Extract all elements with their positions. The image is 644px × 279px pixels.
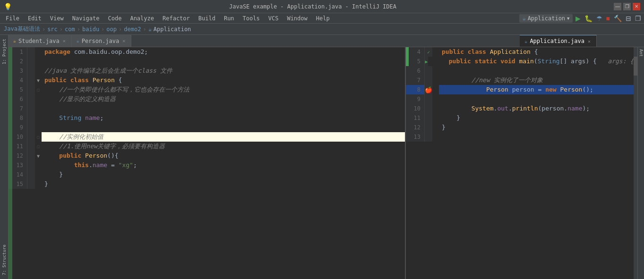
menu-help[interactable]: Help [312,14,334,23]
menu-edit[interactable]: Edit [24,14,45,23]
run-config-label: Application [528,15,565,22]
left-code-pane[interactable]: 1 package com.baidu.oop.demo2; 2 [9,47,406,279]
right-code-line-5: 5 ▶ public static void main(String[] arg… [406,57,637,66]
right-code-line-9: 9 [406,94,637,104]
code-line-11: 11 □ //1.使用new关键字，必须要有构造器 [9,142,405,151]
code-line-1: 1 package com.baidu.oop.demo2; [9,47,405,57]
right-code-pane[interactable]: 4 ✓ public class Application { 5 ▶ publi… [406,47,637,279]
layout-button[interactable]: ⊟ [625,14,632,23]
breadcrumb-application[interactable]: Application [154,26,191,33]
menu-run[interactable]: Run [220,14,238,23]
menu-window[interactable]: Window [283,14,311,23]
right-sidebar: Ant [637,47,644,279]
editor-tabs-bar: ☕ Student.java ✕ ☕ Person.java ✕ ☕ Appli… [9,35,644,47]
code-line-10: 10 □ //实例化初始值 [9,132,405,142]
breadcrumb: Java基础语法 › src › com › baidu › oop › dem… [0,24,644,35]
code-line-6: 6 //显示的定义构造器 [9,94,405,104]
code-line-5: 5 □ //一个类即使什么都不写，它也会存在一个方法 [9,85,405,94]
code-line-12: 12 ▼ public Person(){ [9,151,405,161]
right-code-line-13: 13 [406,132,637,142]
menu-refactor[interactable]: Refactor [159,14,194,23]
app-icon: 💡 [4,3,12,10]
tab-application-java[interactable]: ☕ Application.java ✕ [520,35,597,47]
left-sidebar: 1: Project 7: Structure [0,35,9,279]
breadcrumb-icon: ☕ [148,26,152,33]
right-code-line-6: 6 [406,66,637,76]
run-toolbar: ☕ Application ▼ ▶ 🐛 ☂ ■ 🔨 ⊟ ❐ [519,14,642,23]
stop-button[interactable]: ■ [605,14,611,23]
menu-tools[interactable]: Tools [239,14,264,23]
tab-application-java-icon: ☕ [524,39,527,44]
restore-button[interactable]: ❐ [634,14,642,23]
menu-view[interactable]: View [46,14,68,23]
run-config-icon: ☕ [522,15,525,22]
breadcrumb-oop[interactable]: oop [106,26,117,33]
menu-vcs[interactable]: VCS [265,14,283,23]
debug-run-button[interactable]: 🐛 [584,14,593,23]
tab-person-java[interactable]: ☕ Person.java ✕ [72,35,132,47]
code-line-9: 9 [9,123,405,132]
code-line-3: 3 //java 文件编译之后会生成一个class 文件 [9,66,405,76]
run-config-selector[interactable]: ☕ Application ▼ [519,14,572,23]
right-code-line-11: 11 } [406,113,637,123]
right-code-line-10: 10 System.out.println(person.name); [406,104,637,113]
right-code-line-4: 4 ✓ public class Application { [406,47,637,57]
run-config-arrow: ▼ [567,16,569,21]
right-code-line-12: 12 } [406,123,637,132]
tab-student-java-label: Student.java [18,38,60,44]
tab-student-java-close[interactable]: ✕ [62,38,67,43]
breadcrumb-src[interactable]: src [47,26,58,33]
menu-code[interactable]: Code [104,14,126,23]
run-button[interactable]: ▶ [575,14,582,23]
title-bar: 💡 JavaSE example - Application.java - In… [0,0,644,13]
menu-bar: File Edit View Navigate Code Analyze Ref… [0,13,644,24]
menu-file[interactable]: File [2,14,23,23]
window-controls[interactable]: — ❐ ✕ [614,3,640,10]
right-code-line-7: 7 //new 实例化了一个对象 [406,76,637,85]
menu-build[interactable]: Build [195,14,219,23]
code-line-2: 2 [9,57,405,66]
menu-analyze[interactable]: Analyze [126,14,158,23]
right-pane-scrollbar[interactable] [634,47,637,279]
coverage-button[interactable]: ☂ [595,14,603,23]
code-line-8: 8 String name; [9,113,405,123]
code-line-4: 4 ▼ public class Person { [9,76,405,85]
right-code-lines: 4 ✓ public class Application { 5 ▶ publi… [406,47,637,279]
minimize-button[interactable]: — [614,3,621,10]
code-line-13: 13 this.name = "xg"; [9,161,405,170]
code-area: 1 package com.baidu.oop.demo2; 2 [9,47,644,279]
tab-student-java[interactable]: ☕ Student.java ✕ [9,35,72,47]
breadcrumb-java[interactable]: Java基础语法 [4,25,40,33]
window-title: JavaSE example - Application.java - Inte… [12,3,614,10]
menu-navigate[interactable]: Navigate [69,14,103,23]
tab-student-java-icon: ☕ [13,38,16,43]
tab-person-java-icon: ☕ [77,38,79,43]
right-pane-scrollbar-thumb[interactable] [634,57,637,76]
tab-application-java-close[interactable]: ✕ [587,39,592,44]
tab-person-java-label: Person.java [82,38,119,44]
right-code-line-8: 8 🍎 Person person = new Person(); [406,85,637,94]
main-area: 1: Project 7: Structure ☕ Student.java ✕… [0,35,644,279]
maximize-button[interactable]: ❐ [623,3,631,10]
titlebar-left: 💡 [4,3,12,10]
breadcrumb-baidu[interactable]: baidu [82,26,99,33]
build-button[interactable]: 🔨 [613,14,623,23]
breadcrumb-com[interactable]: com [65,26,75,33]
code-line-14: 14 } [9,170,405,179]
code-line-7: 7 [9,104,405,113]
close-button[interactable]: ✕ [633,3,640,10]
ant-label[interactable]: Ant [639,49,644,57]
editor-area: ☕ Student.java ✕ ☕ Person.java ✕ ☕ Appli… [9,35,644,279]
code-line-15: 15 } [9,179,405,189]
tab-person-java-close[interactable]: ✕ [121,38,126,43]
tab-application-java-label: Application.java [530,38,584,44]
sidebar-structure-label[interactable]: 7: Structure [2,243,7,277]
left-code-lines: 1 package com.baidu.oop.demo2; 2 [9,47,405,279]
breadcrumb-demo2[interactable]: demo2 [124,26,141,33]
sidebar-project-label[interactable]: 1: Project [2,37,7,66]
